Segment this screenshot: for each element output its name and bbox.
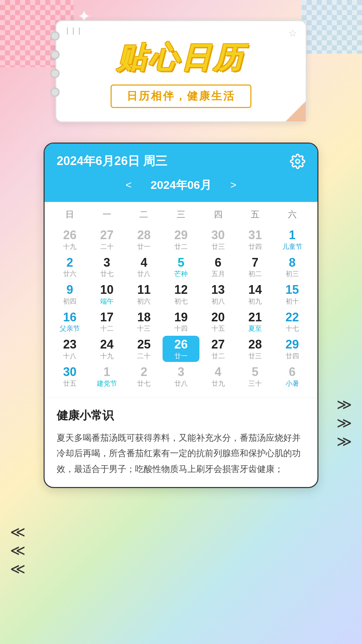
health-text: 夏天多喝番茄汤既可获得养料，又能补充水分，番茄汤应烧好并冷却后再喝，所含番茄红素… [57, 430, 305, 477]
cal-day-13[interactable]: 13初八 [199, 281, 237, 307]
month-navigation: < 2024年06月 > [45, 176, 317, 202]
day-header-wed: 三 [163, 205, 200, 224]
cal-day-22[interactable]: 22十七 [274, 309, 311, 335]
day-header-tue: 二 [125, 205, 163, 224]
fold-corner [286, 101, 306, 121]
banner-card: | | | ☆ 贴心日历 日历相伴，健康生活 [55, 20, 307, 122]
ring [50, 31, 60, 41]
cal-day-29-may[interactable]: 29廿二 [163, 226, 200, 253]
cal-day-26-today[interactable]: 26廿一 [163, 336, 200, 362]
calendar-row: 9初四 10端午 11初六 12初七 13初八 14初九 15初十 [51, 281, 311, 307]
calendar-row: 26十九 27二十 28廿一 29廿二 30廿三 31廿四 1儿童节 [51, 226, 311, 253]
cal-day-30-may[interactable]: 30廿三 [199, 226, 237, 253]
cal-day-5[interactable]: 5芒种 [163, 254, 200, 280]
ring [50, 88, 60, 97]
cal-day-4[interactable]: 4廿八 [125, 254, 163, 280]
wave-arrows-right: ≫ ≫ ≫ [337, 396, 352, 450]
cal-day-28[interactable]: 28廿三 [237, 336, 274, 362]
cal-day-31-may[interactable]: 31廿四 [237, 226, 274, 253]
cal-day-25[interactable]: 25二十 [125, 336, 163, 362]
cal-day-17[interactable]: 17十二 [88, 309, 126, 335]
calendar-header: 2024年6月26日 周三 [45, 144, 317, 176]
cal-day-2[interactable]: 2廿六 [51, 254, 88, 280]
cal-day-14[interactable]: 14初九 [237, 281, 274, 307]
settings-icon[interactable] [290, 154, 305, 169]
cal-day-27-may[interactable]: 27二十 [88, 226, 126, 253]
day-header-fri: 五 [237, 205, 274, 224]
cal-day-18[interactable]: 18十三 [125, 309, 163, 335]
cal-day-1-jul[interactable]: 1建党节 [88, 363, 126, 389]
cal-day-12[interactable]: 12初七 [163, 281, 200, 307]
cal-day-8[interactable]: 8初三 [274, 254, 311, 280]
cal-day-5-jul[interactable]: 5三十 [237, 363, 274, 389]
day-header-mon: 一 [88, 205, 126, 224]
notebook-rings [50, 31, 60, 97]
cal-day-27[interactable]: 27廿二 [199, 336, 237, 362]
wave-arrows-left: ≪ ≪ ≪ [10, 523, 25, 577]
cal-day-4-jul[interactable]: 4廿九 [199, 363, 237, 389]
ring [50, 50, 60, 59]
health-title: 健康小常识 [57, 408, 305, 423]
cal-day-3[interactable]: 3廿七 [88, 254, 126, 280]
calendar-current-date: 2024年6月26日 周三 [57, 153, 167, 169]
calendar-grid: 日 一 二 三 四 五 六 26十九 27二十 28廿一 29廿二 30廿三 3… [45, 202, 317, 397]
cal-day-6[interactable]: 6五月 [199, 254, 237, 280]
cal-day-20[interactable]: 20十五 [199, 309, 237, 335]
prev-month-button[interactable]: < [120, 176, 137, 194]
cal-day-16[interactable]: 16父亲节 [51, 309, 88, 335]
bg-checker-tr [302, 0, 362, 54]
banner-title: 贴心日历 [70, 38, 292, 78]
cal-day-3-jul[interactable]: 3廿八 [163, 363, 200, 389]
cal-day-28-may[interactable]: 28廿一 [125, 226, 163, 253]
cal-day-23[interactable]: 23十八 [51, 336, 88, 362]
day-headers-row: 日 一 二 三 四 五 六 [51, 205, 311, 224]
cal-day-30[interactable]: 30廿五 [51, 363, 88, 389]
cal-day-24[interactable]: 24十九 [88, 336, 126, 362]
cal-day-11[interactable]: 11初六 [125, 281, 163, 307]
cal-day-9[interactable]: 9初四 [51, 281, 88, 307]
calendar-row: 16父亲节 17十二 18十三 19十四 20十五 21夏至 22十七 [51, 309, 311, 335]
calendar-widget: 2024年6月26日 周三 < 2024年06月 > 日 一 二 三 四 五 六… [44, 143, 318, 488]
svg-point-0 [296, 159, 300, 163]
next-month-button[interactable]: > [225, 176, 242, 194]
day-header-sun: 日 [51, 205, 88, 224]
cal-day-19[interactable]: 19十四 [163, 309, 200, 335]
cal-day-15[interactable]: 15初十 [274, 281, 311, 307]
cal-day-1-jun[interactable]: 1儿童节 [274, 226, 311, 253]
cal-day-29[interactable]: 29廿四 [274, 336, 311, 362]
day-header-thu: 四 [199, 205, 237, 224]
star-icon: ☆ [288, 27, 297, 39]
calendar-row: 2廿六 3廿七 4廿八 5芒种 6五月 7初二 8初三 [51, 254, 311, 280]
calendar-row: 30廿五 1建党节 2廿七 3廿八 4廿九 5三十 6小暑 [51, 363, 311, 389]
cal-day-2-jul[interactable]: 2廿七 [125, 363, 163, 389]
decoration-lines: | | | [66, 26, 81, 35]
cal-day-7[interactable]: 7初二 [237, 254, 274, 280]
cal-day-26-may[interactable]: 26十九 [51, 226, 88, 253]
day-header-sat: 六 [274, 205, 311, 224]
month-title: 2024年06月 [150, 177, 211, 193]
calendar-row: 23十八 24十九 25二十 26廿一 27廿二 28廿三 29廿四 [51, 336, 311, 362]
banner-subtitle: 日历相伴，健康生活 [111, 85, 251, 108]
health-section: 健康小常识 夏天多喝番茄汤既可获得养料，又能补充水分，番茄汤应烧好并冷却后再喝，… [45, 397, 317, 487]
cal-day-6-jul[interactable]: 6小暑 [274, 363, 311, 389]
cal-day-21[interactable]: 21夏至 [237, 309, 274, 335]
cal-day-10[interactable]: 10端午 [88, 281, 126, 307]
ring [50, 69, 60, 78]
